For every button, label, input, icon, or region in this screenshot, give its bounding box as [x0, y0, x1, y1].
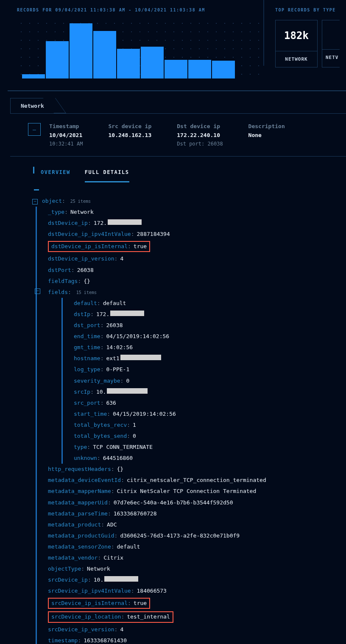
record-label-partial: NETV	[322, 49, 340, 65]
tree-row: metadata_product:ADC	[48, 519, 346, 530]
tree-row: http_requestHeaders:{}	[48, 464, 346, 475]
tree-row: type:TCP CONN_TERMINATE	[74, 442, 346, 453]
tree-key: srcDevice_ip_ipv4IntValue	[48, 586, 131, 596]
header-timestamp: Timestamp 10/04/2021 10:32:41 AM	[49, 123, 83, 147]
tree-val: 4	[120, 254, 123, 263]
tree-val: Citrix NetScaler TCP Connection Terminat…	[117, 487, 257, 496]
tree-val: 26038	[77, 266, 94, 275]
histogram-bar[interactable]	[46, 41, 69, 78]
tree-row: dst_port:26038	[74, 320, 346, 331]
tree-row: dstDevice_ip_isInternal:true	[48, 240, 346, 253]
tree-row: _type:Network	[48, 207, 346, 218]
tree-val: 4	[120, 625, 123, 634]
tree-key: type	[74, 442, 87, 452]
tree-val: 184066573	[137, 586, 167, 596]
tree-row: timestamp:1633368761430	[48, 635, 346, 644]
tree-val: citrix_netscaler_TCP_connection_terminat…	[127, 476, 266, 485]
tree-key: srcDevice_ip	[48, 575, 88, 585]
tree-val: 0	[126, 376, 129, 386]
tree-row: total_bytes_recv:1	[74, 420, 346, 431]
tree-key: metadata_mapperUid	[48, 498, 108, 507]
tree-val: 04/15/2019:14:02:56	[113, 409, 176, 419]
tree-val: 1633368761430	[84, 636, 127, 644]
tree-val: 644516860	[103, 454, 133, 463]
header-desc-label: Description	[248, 123, 285, 129]
tree-key: hostname	[74, 354, 100, 363]
record-label: NETWORK	[276, 51, 317, 67]
tree-key: start_time	[74, 409, 107, 419]
tree-key: metadata_vendor	[48, 553, 98, 563]
subtab-overview[interactable]: OVERVIEW	[41, 169, 70, 182]
tree-row: metadata_sensorZone:default	[48, 541, 346, 552]
record-count: 182k	[276, 20, 317, 51]
histogram-panel: RECORDS FOR 09/04/2021 11:03:38 AM - 10/…	[0, 0, 259, 78]
header-src-ip: Src device ip 10.248.162.13	[108, 123, 151, 138]
tree-key: unknown	[74, 454, 97, 463]
tree-val: 2887184394	[137, 230, 170, 239]
tree-val: ADC	[107, 520, 117, 529]
tree-row: metadata_parseTime:1633368760728	[48, 508, 346, 519]
tree-val: ext1	[106, 354, 119, 363]
tree-key: srcIp	[74, 387, 90, 397]
fields-key: fields	[48, 288, 68, 297]
corner-decoration	[34, 189, 39, 190]
tree-row: fieldTags:{}	[48, 276, 346, 287]
redacted-text	[107, 388, 148, 394]
tree-key: metadata_sensorZone	[48, 542, 111, 552]
record-card-network[interactable]: 182k NETWORK	[275, 20, 318, 67]
tree-val: 1633368760728	[114, 509, 157, 518]
tree-val: 1	[133, 420, 136, 430]
tree-row: start_time:04/15/2019:14:02:56	[74, 409, 346, 420]
tree-row: srcDevice_ip_location:test_internal	[48, 610, 346, 624]
tree-row: log_type:0-PPE-1	[74, 364, 346, 375]
collapse-root[interactable]: −	[32, 199, 38, 204]
tree-key: dstDevice_ip_ipv4IntValue	[48, 230, 131, 239]
redacted-text	[108, 219, 142, 225]
record-card-partial[interactable]: NETV	[322, 20, 340, 67]
histogram-bar[interactable]	[117, 49, 140, 78]
tree-key: metadata_deviceEventId	[48, 476, 121, 485]
collapse-fields[interactable]: −	[35, 288, 40, 294]
tree-row: srcIp:10.	[74, 386, 346, 398]
tree-row: srcDevice_ip:10.	[48, 574, 346, 585]
tree-key: srcDevice_ip_version	[48, 625, 114, 634]
tree-val: default	[117, 542, 140, 552]
tree-row: severity_maybe:0	[74, 375, 346, 386]
tree-key: metadata_product	[48, 520, 101, 529]
histogram-bar[interactable]	[141, 47, 164, 78]
tree-val: 10.	[94, 575, 103, 585]
tab-network[interactable]: Network	[10, 98, 55, 113]
histogram-bar[interactable]	[212, 61, 235, 78]
row-toggle[interactable]: —	[28, 123, 41, 136]
header-src-value: 10.248.162.13	[108, 132, 151, 138]
tree-val: default	[103, 299, 126, 308]
tree-row: metadata_deviceEventId:citrix_netscaler_…	[48, 475, 346, 486]
tree-key: dstPort	[48, 266, 71, 275]
tree-row: objectType:Network	[48, 563, 346, 574]
tree-key: total_bytes_send	[74, 431, 127, 441]
tree-row: dstDevice_ip_version:4	[48, 253, 346, 264]
histogram-bar[interactable]	[22, 74, 45, 78]
tree-key: http_requestHeaders	[48, 465, 111, 474]
tree-row: end_time:04/15/2019:14:02:56	[74, 331, 346, 342]
tree-val: 10.	[96, 387, 106, 397]
top-records-panel: TOP RECORDS BY TYPE 182k NETWORK NETV	[263, 0, 346, 78]
histogram-bar[interactable]	[188, 60, 211, 78]
histogram-chart[interactable]	[17, 16, 259, 78]
tree-val: 26038	[106, 321, 123, 330]
header-description: Description None	[248, 123, 285, 138]
histogram-bar[interactable]	[70, 23, 92, 78]
subtab-full-details[interactable]: FULL DETAILS	[85, 169, 129, 182]
histogram-bar[interactable]	[93, 31, 116, 78]
histogram-title: RECORDS FOR 09/04/2021 11:03:38 AM - 10/…	[17, 8, 259, 12]
histogram-bar[interactable]	[165, 60, 187, 78]
tree-val: {}	[84, 277, 90, 286]
header-timestamp-label: Timestamp	[49, 123, 83, 129]
tree-row: total_bytes_send:0	[74, 431, 346, 442]
tree-key: log_type	[74, 365, 100, 374]
record-count-partial	[322, 20, 340, 49]
tree-row: dstIp:172.	[74, 309, 346, 320]
tree-val: 172.	[94, 218, 107, 228]
fields-count: 15 items	[76, 289, 97, 296]
tree-row: dstPort:26038	[48, 265, 346, 276]
